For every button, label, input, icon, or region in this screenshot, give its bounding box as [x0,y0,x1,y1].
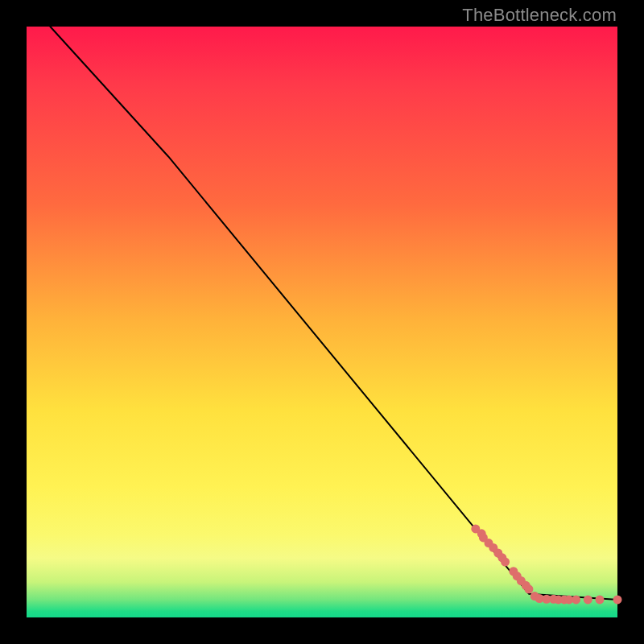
chart-overlay [27,27,617,617]
scatter-series [471,524,621,604]
attribution-label: TheBottleneck.com [462,5,617,26]
line-series [50,27,617,600]
chart-frame: TheBottleneck.com [0,0,644,644]
scatter-point [572,595,580,604]
scatter-point [501,558,510,567]
scatter-point [524,584,533,593]
scatter-point [613,595,622,604]
scatter-point [595,595,604,604]
scatter-point [584,595,592,604]
